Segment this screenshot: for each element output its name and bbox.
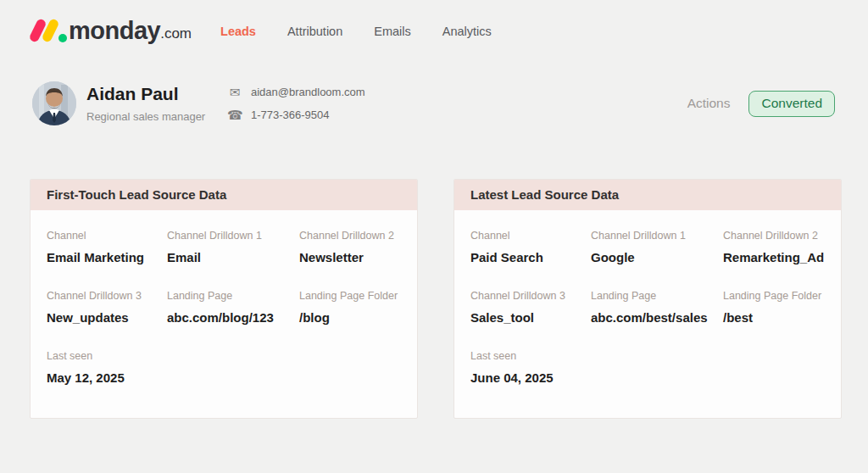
- field-label: Landing Page Folder: [723, 290, 825, 302]
- field-value: /blog: [299, 310, 401, 325]
- field-landing-page: Landing Page abc.com/blog/123: [167, 290, 299, 325]
- field-channel: Channel Paid Search: [470, 230, 591, 264]
- phone-row: ☎ 1-773-366-9504: [227, 108, 365, 123]
- nav-tab-leads[interactable]: Leads: [220, 25, 256, 38]
- profile-left: Aidan Paul Regional sales manager ✉ aida…: [32, 81, 365, 125]
- nav-tab-emails[interactable]: Emails: [374, 25, 411, 38]
- field-landing-page: Landing Page abc.com/best/sales: [591, 290, 723, 325]
- contact-name: Aidan Paul: [86, 84, 225, 104]
- page: monday.com Leads Attribution Emails Anal…: [0, 0, 868, 473]
- field-label: Channel Drilldown 2: [299, 230, 401, 242]
- nav-tab-analytics[interactable]: Analytics: [442, 25, 492, 38]
- field-value: Email Marketing: [47, 250, 167, 264]
- field-value: Paid Search: [470, 250, 591, 264]
- card-body: Channel Email Marketing Channel Drilldow…: [31, 210, 417, 385]
- field-value: Sales_tool: [470, 310, 591, 325]
- logo-tld: .com: [160, 25, 192, 45]
- contact-details: ✉ aidan@brandloom.com ☎ 1-773-366-9504: [227, 85, 365, 123]
- card-title: Latest Lead Source Data: [454, 180, 841, 210]
- email-icon: ✉: [227, 85, 242, 100]
- field-label: Channel Drilldown 1: [167, 230, 299, 242]
- converted-status-badge[interactable]: Converted: [748, 91, 835, 117]
- phone-icon: ☎: [227, 108, 242, 123]
- field-label: Channel Drilldown 2: [723, 230, 825, 242]
- field-value: /best: [723, 310, 825, 325]
- field-channel-drilldown-1: Channel Drilldown 1 Google: [591, 230, 723, 264]
- identity-block: Aidan Paul Regional sales manager: [86, 84, 225, 122]
- first-touch-lead-source-card: First-Touch Lead Source Data Channel Ema…: [30, 179, 418, 419]
- field-label: Channel: [47, 230, 167, 242]
- nav-tab-attribution[interactable]: Attribution: [287, 25, 342, 38]
- profile-actions: Actions Converted: [687, 91, 835, 117]
- logo-green-dot-icon: [58, 34, 67, 42]
- field-label: Channel: [470, 230, 591, 242]
- field-value: Newsletter: [299, 250, 401, 264]
- contact-phone: 1-773-366-9504: [251, 109, 330, 121]
- field-label: Channel Drilldown 3: [470, 290, 591, 302]
- email-row: ✉ aidan@brandloom.com: [227, 85, 365, 100]
- monday-logo-icon: [30, 16, 69, 45]
- avatar-photo: [32, 81, 76, 125]
- field-value: Remarketing_Ad: [723, 250, 825, 264]
- contact-role: Regional sales manager: [86, 110, 225, 123]
- field-landing-page-folder: Landing Page Folder /best: [723, 290, 825, 325]
- field-label: Last seen: [47, 350, 401, 362]
- card-body: Channel Paid Search Channel Drilldown 1 …: [454, 210, 841, 385]
- field-label: Last seen: [470, 350, 825, 362]
- field-label: Channel Drilldown 3: [47, 290, 167, 302]
- top-bar: monday.com Leads Attribution Emails Anal…: [0, 0, 868, 44]
- field-value: May 12, 2025: [47, 370, 401, 385]
- field-value: Email: [167, 250, 299, 264]
- field-label: Landing Page: [591, 290, 723, 302]
- field-value: Google: [591, 250, 723, 264]
- field-channel-drilldown-3: Channel Drilldown 3 New_updates: [47, 290, 167, 325]
- field-value: June 04, 2025: [470, 370, 825, 385]
- field-channel: Channel Email Marketing: [47, 230, 167, 264]
- main-nav: Leads Attribution Emails Analytics: [220, 23, 492, 38]
- field-value: abc.com/blog/123: [167, 310, 299, 325]
- field-value: abc.com/best/sales: [591, 310, 723, 325]
- actions-button[interactable]: Actions: [687, 96, 731, 111]
- field-channel-drilldown-3: Channel Drilldown 3 Sales_tool: [470, 290, 591, 325]
- latest-lead-source-card: Latest Lead Source Data Channel Paid Sea…: [453, 179, 842, 419]
- field-landing-page-folder: Landing Page Folder /blog: [299, 290, 401, 325]
- lead-source-cards: First-Touch Lead Source Data Channel Ema…: [30, 179, 842, 419]
- field-last-seen: Last seen May 12, 2025: [47, 350, 401, 385]
- field-label: Channel Drilldown 1: [591, 230, 723, 242]
- field-label: Landing Page Folder: [299, 290, 401, 302]
- avatar: [32, 81, 76, 125]
- field-channel-drilldown-2: Channel Drilldown 2 Remarketing_Ad: [723, 230, 825, 264]
- monday-logo[interactable]: monday.com: [30, 16, 192, 45]
- field-value: New_updates: [47, 310, 167, 325]
- field-channel-drilldown-1: Channel Drilldown 1 Email: [167, 230, 299, 264]
- card-title: First-Touch Lead Source Data: [31, 180, 417, 210]
- logo-wordmark: monday: [69, 17, 160, 45]
- field-last-seen: Last seen June 04, 2025: [470, 350, 825, 385]
- profile-header: Aidan Paul Regional sales manager ✉ aida…: [32, 81, 835, 125]
- field-label: Landing Page: [167, 290, 299, 302]
- contact-email: aidan@brandloom.com: [251, 86, 365, 98]
- field-channel-drilldown-2: Channel Drilldown 2 Newsletter: [299, 230, 401, 264]
